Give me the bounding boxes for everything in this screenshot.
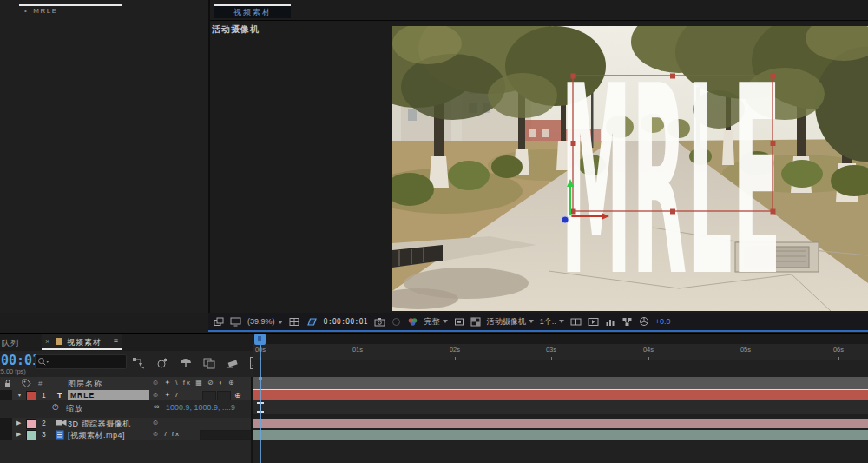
track-header-bar <box>253 377 868 390</box>
draft-3d-icon[interactable] <box>155 356 169 370</box>
layer-list: # 图层名称 ☺ ✦ \ fx ▦ ⊘ ◐ ⊕ ▼ 1 T MRLE ☺ ✦ /… <box>0 377 252 463</box>
divider <box>210 20 868 21</box>
title-overlay-text[interactable]: MRLE <box>561 30 781 311</box>
parent-link-cell[interactable] <box>217 391 231 400</box>
av-toggle-cell[interactable] <box>0 390 12 400</box>
playhead-handle[interactable] <box>254 334 266 345</box>
layer-bar-camera[interactable] <box>253 419 868 428</box>
ruler-tick: 05s <box>733 346 759 354</box>
pixel-aspect-icon[interactable] <box>570 317 582 327</box>
always-preview-icon[interactable] <box>214 317 224 327</box>
composition-panel: 视频素材 活动摄像机 <box>210 0 868 313</box>
mask-visibility-icon[interactable] <box>306 317 318 327</box>
expand-arrow-open[interactable]: ▼ <box>16 392 23 398</box>
lock-icon[interactable] <box>3 379 12 388</box>
time-ruler[interactable]: 00s 01s 02s 03s 04s 05s 06s <box>253 344 868 360</box>
preview-timecode[interactable]: 0:00:00:01 <box>324 317 368 326</box>
ruler-tick: 06s <box>825 346 852 354</box>
magnification-dropdown[interactable]: (39.9%) <box>247 317 283 326</box>
motion-blur-icon[interactable] <box>226 356 240 370</box>
resolution-dropdown[interactable]: 完整 <box>424 316 448 327</box>
region-of-interest-icon[interactable] <box>454 317 464 327</box>
layer-bar-mrle[interactable] <box>253 390 868 400</box>
text-layer-icon: T <box>57 391 62 400</box>
snapshot-camera-icon[interactable] <box>374 317 385 327</box>
timeline-button-icon[interactable] <box>605 317 615 327</box>
layer-row-mrle[interactable]: ▼ 1 T MRLE ☺ ✦ / ⊕ <box>0 390 252 400</box>
composition-viewport[interactable]: MRLE <box>392 26 868 311</box>
transparency-grid-icon[interactable] <box>470 317 481 327</box>
layer-name-column[interactable]: 图层名称 <box>68 379 102 390</box>
layer-column-header: # 图层名称 ☺ ✦ \ fx ▦ ⊘ ◐ ⊕ <box>0 377 252 391</box>
3d-view-dropdown[interactable]: 活动摄像机 <box>487 316 534 327</box>
tab-composition[interactable]: 视频素材 <box>214 6 291 18</box>
layer-name-selected[interactable]: MRLE <box>68 390 149 400</box>
panel-menu-icon[interactable]: ≡ <box>114 336 118 345</box>
show-snapshot-icon[interactable] <box>391 317 401 327</box>
column-divider[interactable] <box>251 377 253 463</box>
layer-label-color[interactable] <box>26 419 36 429</box>
footage-layer-icon <box>56 430 64 440</box>
ruler-top-strip <box>253 334 868 344</box>
layer-name-text: [视频素材.mp4] <box>68 430 125 441</box>
frame-blending-icon[interactable] <box>202 356 216 370</box>
comp-color-swatch <box>56 338 62 345</box>
view-layout-dropdown[interactable]: 1个.. <box>540 316 564 327</box>
av-toggle-cell[interactable] <box>0 429 12 440</box>
video-frame: MRLE <box>392 26 868 311</box>
layer-row-footage[interactable]: ▶ 3 [视频素材.mp4] ☺ / fx <box>0 429 252 440</box>
camera-layer-icon <box>56 419 67 427</box>
exposure-value[interactable]: +0.0 <box>655 317 671 326</box>
property-track <box>253 400 868 414</box>
comp-mini-flowchart-icon[interactable] <box>132 356 146 370</box>
switches-column-icons: ☺ ✦ \ fx ▦ ⊘ ◐ ⊕ <box>152 379 236 387</box>
fast-previews-icon[interactable] <box>588 317 599 327</box>
expand-arrow-closed[interactable]: ▶ <box>16 431 21 438</box>
expand-arrow-closed[interactable]: ▶ <box>16 420 21 427</box>
tab-timeline-comp[interactable]: × 视频素材 ≡ <box>42 334 122 350</box>
parent-link-cell[interactable] <box>200 430 252 440</box>
parent-link-cell[interactable] <box>202 391 216 400</box>
ruler-tick: 01s <box>345 346 371 354</box>
close-icon[interactable]: × <box>45 337 49 346</box>
chevron-down-icon <box>559 320 564 323</box>
monitor-icon[interactable] <box>230 317 241 327</box>
viewer-toolbar: (39.9%) 0:00:00:01 完整 活动摄像机 1个.. +0.0 <box>208 313 868 332</box>
layer-bar-footage[interactable] <box>253 430 868 440</box>
3d-layer-switch[interactable]: ⊕ <box>234 391 241 400</box>
fps-display: (25.00 fps) <box>0 367 26 375</box>
layer-switches[interactable]: ☺ / fx <box>152 430 181 438</box>
ruler-tick: 03s <box>538 346 564 354</box>
shy-layers-icon[interactable] <box>179 356 193 370</box>
timeline-toolbar: 00:01 (25.00 fps) <box>0 351 253 377</box>
layer-switches[interactable]: ☺ <box>152 419 161 427</box>
tab-label: 视频素材 <box>67 337 102 348</box>
scale-value[interactable]: 1000.9, 1000.9, ....9 <box>166 403 235 412</box>
playhead-line[interactable] <box>260 345 261 463</box>
exposure-icon[interactable] <box>639 316 649 327</box>
layer-switches[interactable]: ☺ ✦ / <box>152 391 180 399</box>
property-name[interactable]: 缩放 <box>66 403 83 414</box>
layer-row-camera[interactable]: ▶ 2 3D 跟踪器摄像机 ☺ <box>0 418 252 429</box>
flowchart-button-icon[interactable] <box>621 317 633 327</box>
constrain-link-icon[interactable]: ∞ <box>154 402 159 411</box>
label-icon[interactable] <box>22 379 31 388</box>
stopwatch-icon[interactable]: ◷ <box>52 402 59 411</box>
layer-number: 3 <box>42 430 46 439</box>
axis-z-handle <box>562 216 569 223</box>
panel-item-mrle[interactable]: •MRLE <box>24 7 58 15</box>
av-toggle-cell[interactable] <box>0 418 12 429</box>
view-layout-value: 1个.. <box>540 317 556 326</box>
grid-guides-icon[interactable] <box>289 317 299 327</box>
show-channel-icon[interactable] <box>407 317 418 327</box>
search-input[interactable] <box>35 354 127 369</box>
panel-item-label: MRLE <box>33 7 57 15</box>
tab-render-queue[interactable]: 队列 <box>2 338 19 349</box>
layer-number-column: # <box>38 380 42 387</box>
property-row-scale[interactable]: ◷ 缩放 ∞ 1000.9, 1000.9, ....9 <box>0 400 252 414</box>
layer-number: 1 <box>42 391 46 400</box>
layer-name-text: MRLE <box>70 391 95 400</box>
bullet-icon: • <box>24 7 28 15</box>
layer-label-color[interactable] <box>26 430 36 440</box>
timeline-panel: 队列 × 视频素材 ≡ 00:01 (25.00 fps) <box>0 333 868 463</box>
